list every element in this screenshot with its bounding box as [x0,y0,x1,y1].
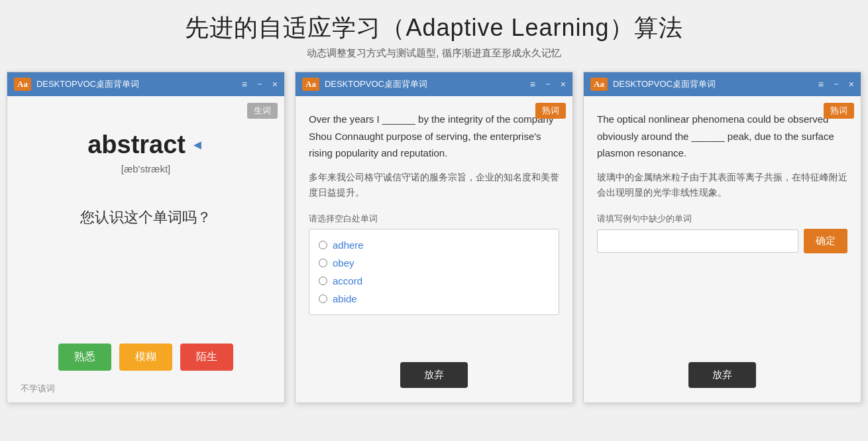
window-1-title: DESKTOPVOC桌面背单词 [36,78,242,90]
mc-radio-obey[interactable] [319,259,327,267]
window-2-title: DESKTOPVOC桌面背单词 [325,78,530,90]
window-2-logo: Aa [302,78,319,91]
mc-abandon-area: 放弃 [309,362,559,388]
close-icon[interactable]: × [272,79,278,90]
flashcard-phonetic: [æb'strækt] [21,163,271,174]
close-icon[interactable]: × [849,79,854,90]
btn-vague[interactable]: 模糊 [119,344,172,371]
badge-hot-2: 熟词 [535,103,566,119]
flashcard-buttons: 熟悉 模糊 陌生 [21,344,271,371]
minimize-icon[interactable]: － [255,78,264,90]
mc-option-accord[interactable]: accord [319,272,549,290]
btn-abandon-2[interactable]: 放弃 [400,362,468,388]
not-learn-label[interactable]: 不学该词 [21,383,271,395]
page-subtitle: 动态调整复习方式与测试题型, 循序渐进直至形成永久记忆 [0,47,868,60]
mc-option-abide-label: abide [333,293,357,304]
flashcard-word: abstract ◄ [21,131,271,159]
mc-option-abide[interactable]: abide [319,290,549,308]
btn-unfamiliar[interactable]: 陌生 [180,344,233,371]
window-3-title: DESKTOPVOC桌面背单词 [613,78,818,90]
btn-familiar[interactable]: 熟悉 [58,344,111,371]
window-2-titlebar: Aa DESKTOPVOC桌面背单词 ≡ － × [296,72,572,96]
mc-options: adhere obey accord abide [309,229,559,315]
close-icon[interactable]: × [561,79,566,90]
window-3: Aa DESKTOPVOC桌面背单词 ≡ － × 熟词 The optical … [583,72,861,403]
windows-row: Aa DESKTOPVOC桌面背单词 ≡ － × 生词 abstract ◄ [… [0,72,868,403]
mc-sentence-en: Over the years I ______ by the integrity… [309,111,559,162]
window-3-titlebar: Aa DESKTOPVOC桌面背单词 ≡ － × [584,72,861,96]
fill-abandon-area: 放弃 [597,362,847,388]
mc-option-accord-label: accord [333,275,362,286]
badge-new: 生词 [247,103,278,119]
page-title: 先进的自适应学习（Adaptive Learning）算法 [0,12,868,44]
fill-label: 请填写例句中缺少的单词 [597,213,847,225]
minimize-icon[interactable]: － [543,78,553,90]
window-1-controls[interactable]: ≡ － × [242,78,278,90]
menu-icon[interactable]: ≡ [530,79,535,90]
mc-label: 请选择空白处单词 [309,213,559,225]
menu-icon[interactable]: ≡ [242,79,247,90]
window-3-body: 熟词 The optical nonlinear phenomena could… [584,96,861,403]
page-header: 先进的自适应学习（Adaptive Learning）算法 动态调整复习方式与测… [0,0,868,65]
window-1: Aa DESKTOPVOC桌面背单词 ≡ － × 生词 abstract ◄ [… [7,72,285,403]
mc-option-obey-label: obey [333,257,354,269]
mc-radio-adhere[interactable] [319,241,327,249]
badge-hot-3: 熟词 [824,103,854,119]
btn-abandon-3[interactable]: 放弃 [688,362,756,388]
window-3-controls[interactable]: ≡ － × [818,78,854,90]
minimize-icon[interactable]: － [832,78,841,90]
mc-option-adhere[interactable]: adhere [319,236,549,254]
window-2: Aa DESKTOPVOC桌面背单词 ≡ － × 熟词 Over the yea… [295,72,573,403]
menu-icon[interactable]: ≡ [818,79,824,90]
window-1-logo: Aa [14,78,31,91]
fill-sentence-cn: 玻璃中的金属纳米粒子由于其表面等离子共振，在特征峰附近会出现明显的光学非线性现象… [597,170,847,202]
mc-radio-abide[interactable] [319,294,327,303]
window-2-body: 熟词 Over the years I ______ by the integr… [296,96,572,403]
fill-sentence-en: The optical nonlinear phenomena could be… [597,111,847,162]
mc-radio-accord[interactable] [319,277,327,285]
speaker-icon[interactable]: ◄ [191,137,204,153]
mc-option-obey[interactable]: obey [319,254,549,272]
window-1-body: 生词 abstract ◄ [æb'strækt] 您认识这个单词吗？ 熟悉 模… [7,96,284,403]
window-3-logo: Aa [590,78,608,91]
mc-sentence-cn: 多年来我公司格守诚信守诺的服务宗旨，企业的知名度和美誉度日益提升。 [309,170,559,202]
fill-input-row: 确定 [597,229,847,253]
window-1-titlebar: Aa DESKTOPVOC桌面背单词 ≡ － × [7,72,284,96]
window-2-controls[interactable]: ≡ － × [530,78,566,90]
mc-option-adhere-label: adhere [333,239,364,251]
fill-input[interactable] [597,229,798,253]
word-text: abstract [87,131,186,159]
btn-confirm[interactable]: 确定 [804,229,847,253]
flashcard-question: 您认识这个单词吗？ [21,208,271,227]
